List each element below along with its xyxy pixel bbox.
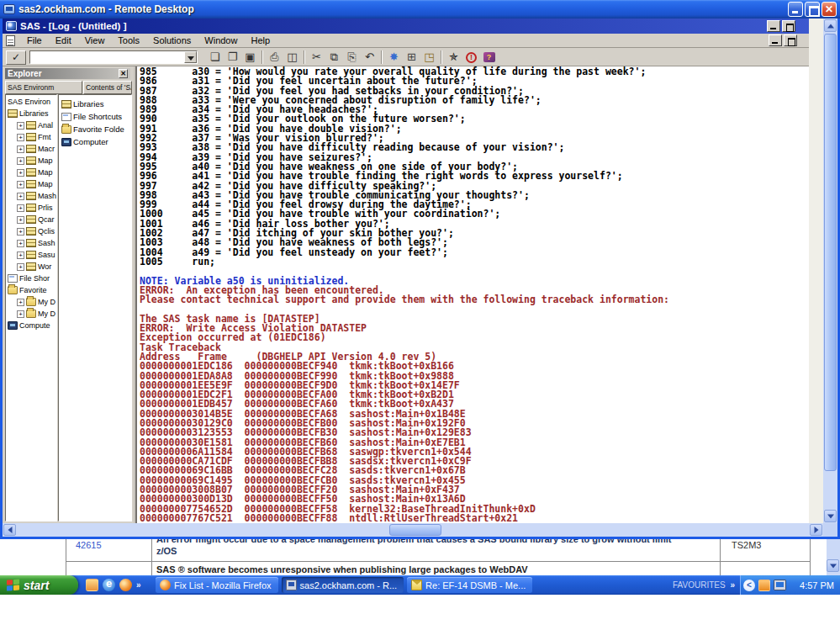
tree-item-lib-fmt[interactable]: +Fmt: [6, 131, 56, 143]
menu-solutions[interactable]: Solutions: [146, 34, 198, 46]
results-icon[interactable]: ◳: [420, 50, 438, 65]
expand-plus-icon[interactable]: +: [17, 181, 24, 188]
tree-item-lib-map-3[interactable]: +Map: [6, 178, 56, 190]
quick-launch-overflow-chevron-icon[interactable]: »: [136, 580, 140, 590]
expand-plus-icon[interactable]: +: [17, 204, 24, 212]
toolbar-overflow-chevron-icon[interactable]: »: [731, 580, 734, 590]
break-icon[interactable]: !: [462, 50, 480, 65]
combo-dropdown-icon[interactable]: [184, 51, 197, 63]
scroll-down-icon[interactable]: [824, 510, 837, 522]
contents-pane-header[interactable]: Contents of 'SAS E: [83, 81, 132, 94]
expand-plus-icon[interactable]: +: [17, 263, 24, 271]
tree-item-lib-qcar[interactable]: +Qcar: [6, 214, 56, 225]
contents-item-libraries[interactable]: Libraries: [59, 98, 131, 110]
tree-item-lib-qclis[interactable]: +Qclis: [6, 225, 56, 237]
contents-item-favorite-folders[interactable]: Favorite Folde: [59, 123, 131, 135]
minimize-button[interactable]: [788, 2, 803, 17]
expand-plus-icon[interactable]: +: [17, 240, 24, 247]
vertical-scroll-thumb[interactable]: [824, 34, 837, 471]
rd-vertical-scrollbar[interactable]: [823, 19, 837, 523]
expand-plus-icon[interactable]: +: [17, 193, 24, 200]
hide-icons-chevron-icon[interactable]: <: [743, 580, 755, 591]
sas-note-id-link[interactable]: 42615: [76, 540, 143, 550]
explorer-window-icon[interactable]: ⊞: [403, 50, 420, 65]
sas-restore-button[interactable]: [782, 20, 795, 32]
rd-horizontal-scrollbar[interactable]: [3, 523, 823, 537]
tree-item-my-documents-1[interactable]: +My D: [6, 296, 56, 308]
expand-plus-icon[interactable]: +: [17, 299, 24, 306]
browser-vertical-scrollbar[interactable]: [827, 539, 840, 575]
expand-plus-icon[interactable]: +: [17, 310, 24, 318]
tree-item-lib-sash[interactable]: +Sash: [6, 237, 56, 249]
close-button[interactable]: [822, 2, 837, 17]
mdi-restore-button[interactable]: [784, 34, 797, 46]
tree-item-lib-mash[interactable]: +Mash: [6, 190, 56, 202]
expand-plus-icon[interactable]: +: [17, 228, 24, 236]
expand-plus-icon[interactable]: +: [17, 146, 24, 153]
command-check-button[interactable]: ✓: [6, 50, 26, 65]
explorer-title-bar[interactable]: Explorer ✕: [5, 68, 130, 79]
mdi-minimize-button[interactable]: [769, 34, 782, 46]
cut-icon[interactable]: ✂: [308, 50, 325, 65]
tray-clock-icon[interactable]: [758, 580, 770, 591]
tree-item-sas-environment[interactable]: SAS Environ: [6, 96, 56, 108]
command-bar-input[interactable]: [29, 50, 198, 64]
new-icon[interactable]: ❏: [206, 50, 224, 65]
menu-file[interactable]: File: [20, 34, 49, 46]
tree-item-lib-prlis[interactable]: +Prlis: [6, 202, 56, 214]
scroll-right-icon[interactable]: [810, 524, 822, 536]
undo-icon[interactable]: ↶: [361, 50, 378, 65]
sas-title-bar[interactable]: SAS - [Log - (Untitled) ]: [3, 19, 809, 34]
tree-item-lib-map-2[interactable]: +Map: [6, 167, 56, 178]
menu-help[interactable]: Help: [244, 34, 277, 46]
expand-plus-icon[interactable]: +: [17, 134, 24, 141]
tree-item-lib-sasu[interactable]: +Sasu: [6, 249, 56, 261]
expand-plus-icon[interactable]: +: [17, 251, 24, 259]
maximize-button[interactable]: [805, 2, 820, 17]
remote-desktop-title-bar[interactable]: sas2.ockham.com - Remote Desktop: [0, 0, 840, 19]
tree-item-favorite-folders[interactable]: Favorite: [6, 284, 56, 296]
tree-item-lib-wor[interactable]: +Wor: [6, 261, 56, 273]
tree-item-my-documents-2[interactable]: +My D: [6, 308, 56, 320]
tree-item-computer[interactable]: Compute: [6, 320, 56, 331]
log-window[interactable]: 985 a30 = 'How would you rate your overa…: [134, 66, 809, 523]
paste-icon[interactable]: ⎘: [343, 50, 361, 65]
expand-plus-icon[interactable]: +: [17, 169, 24, 177]
tree-item-libraries[interactable]: Libraries: [6, 108, 56, 119]
scroll-left-icon[interactable]: [3, 524, 16, 536]
expand-plus-icon[interactable]: +: [17, 216, 24, 224]
start-button[interactable]: start: [0, 575, 78, 595]
tree-item-file-shortcuts[interactable]: File Shor: [6, 273, 56, 284]
print-preview-icon[interactable]: ◫: [283, 50, 301, 65]
horizontal-scroll-thumb[interactable]: [389, 524, 441, 536]
menu-window[interactable]: Window: [198, 34, 244, 46]
task-button-firefox[interactable]: Fix List - Mozilla Firefox: [156, 577, 278, 593]
tree-item-lib-macr[interactable]: +Macr: [6, 143, 56, 155]
tree-item-lib-anal[interactable]: +Anal: [6, 119, 56, 131]
log-document-icon[interactable]: [6, 35, 15, 46]
quick-launch-app-icon[interactable]: [86, 579, 98, 591]
submit-icon[interactable]: ✯: [445, 50, 462, 65]
menu-tools[interactable]: Tools: [111, 34, 146, 46]
scroll-down-icon[interactable]: [827, 559, 839, 572]
internet-explorer-icon[interactable]: [103, 579, 115, 591]
menu-view[interactable]: View: [78, 34, 112, 46]
contents-item-computer[interactable]: Computer: [59, 135, 131, 148]
expand-plus-icon[interactable]: +: [17, 157, 24, 165]
explorer-close-icon[interactable]: ✕: [119, 69, 128, 78]
contents-item-file-shortcuts[interactable]: File Shortcuts: [59, 110, 131, 123]
task-button-remote-desktop[interactable]: sas2.ockham.com - R...: [282, 577, 404, 593]
menu-edit[interactable]: Edit: [49, 34, 78, 46]
print-icon[interactable]: ⎙: [266, 50, 283, 65]
expand-plus-icon[interactable]: +: [17, 122, 24, 130]
sas-minimize-button[interactable]: [767, 20, 780, 32]
scroll-up-icon[interactable]: [824, 19, 837, 32]
tray-network-icon[interactable]: [774, 580, 786, 590]
task-button-mail[interactable]: Re: EF-14 DSMB - Me...: [407, 577, 532, 593]
firefox-icon[interactable]: [119, 579, 132, 591]
tree-item-lib-map-1[interactable]: +Map: [6, 155, 56, 167]
help-icon[interactable]: ?: [480, 50, 498, 65]
copy-icon[interactable]: ⧉: [325, 50, 343, 65]
tree-pane-header[interactable]: SAS Environm: [5, 81, 82, 94]
save-icon[interactable]: ▣: [241, 50, 259, 65]
